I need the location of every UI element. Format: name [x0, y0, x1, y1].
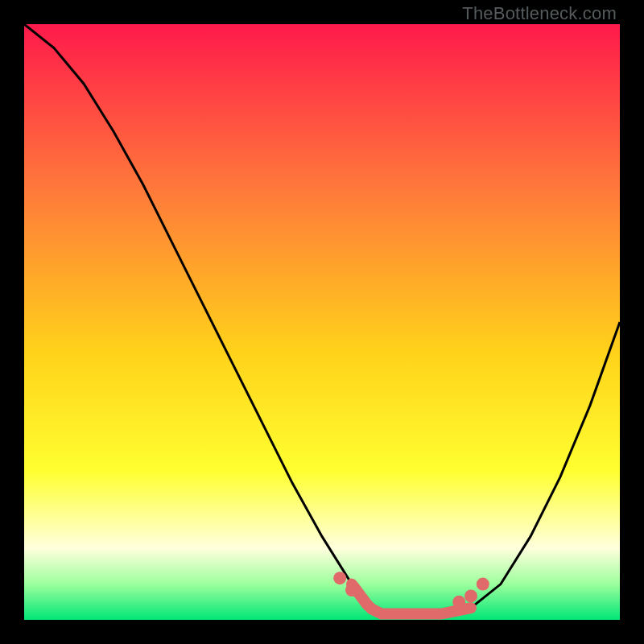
curve-marker-dot — [452, 596, 465, 609]
optimal-range-highlight — [352, 584, 471, 614]
curve-markers — [333, 572, 489, 609]
curve-marker-dot — [345, 584, 358, 597]
chart-frame — [24, 24, 620, 620]
bottleneck-curve-path — [24, 24, 620, 614]
curve-marker-dot — [464, 589, 477, 602]
curve-marker-dot — [477, 578, 489, 591]
curve-marker-dot — [333, 572, 346, 584]
watermark-text: TheBottleneck.com — [462, 3, 617, 24]
bottleneck-chart — [24, 24, 620, 620]
